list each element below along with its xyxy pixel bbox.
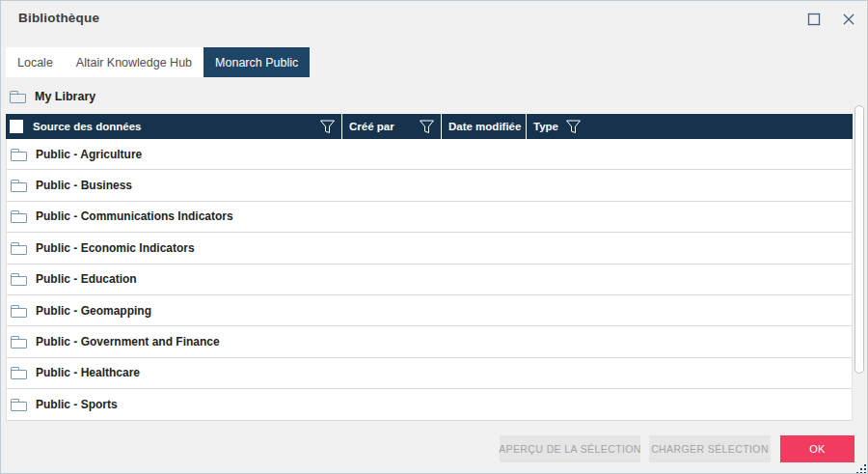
column-header-date-modified: Date modifiée xyxy=(442,114,527,139)
filter-funnel-icon[interactable] xyxy=(565,119,582,135)
row-label: Public - Agriculture xyxy=(36,148,142,161)
column-header-type: Type xyxy=(527,114,853,139)
select-all-checkbox[interactable] xyxy=(10,120,23,133)
resize-grip[interactable] xyxy=(856,461,867,472)
folder-icon xyxy=(11,276,27,286)
folder-icon xyxy=(11,370,27,379)
table-row-public-business[interactable]: Public - Business xyxy=(7,170,852,201)
column-label: Source des données xyxy=(33,121,141,132)
table-row-public-government-and-finance[interactable]: Public - Government and Finance xyxy=(7,326,852,357)
row-label: Public - Healthcare xyxy=(36,366,140,379)
maximize-button[interactable] xyxy=(803,11,825,32)
maximize-icon xyxy=(807,13,821,30)
folder-icon xyxy=(11,152,27,161)
row-label: Public - Communications Indicators xyxy=(36,209,233,223)
data-source-table: Source des données Créé par Date modifié… xyxy=(6,114,853,421)
table-row-public-sports[interactable]: Public - Sports xyxy=(7,389,852,420)
tab-locale[interactable]: Locale xyxy=(6,47,65,77)
library-dialog: Bibliothèque Locale Altair Knowledge Hub… xyxy=(0,0,868,474)
column-header-created-by: Créé par xyxy=(342,114,442,139)
filter-funnel-icon[interactable] xyxy=(319,119,336,135)
column-label: Créé par xyxy=(349,121,394,132)
row-label: Public - Geomapping xyxy=(36,304,151,318)
folder-icon xyxy=(11,308,27,318)
table-header: Source des données Créé par Date modifié… xyxy=(6,114,853,139)
folder-icon xyxy=(11,245,27,255)
vertical-scrollbar[interactable] xyxy=(854,105,866,424)
table-body: Public - Agriculture Public - Business P… xyxy=(6,139,853,421)
folder-icon xyxy=(11,213,27,223)
folder-icon xyxy=(11,402,27,411)
load-selection-button[interactable]: CHARGER SÉLECTION xyxy=(649,435,771,462)
breadcrumb-my-library[interactable]: My Library xyxy=(6,86,95,107)
folder-icon xyxy=(11,339,27,349)
tab-monarch-public[interactable]: Monarch Public xyxy=(203,47,310,77)
folder-icon xyxy=(11,182,27,192)
column-header-source: Source des données xyxy=(6,114,342,139)
close-button[interactable] xyxy=(838,11,859,32)
row-label: Public - Economic Indicators xyxy=(36,241,195,255)
breadcrumb-label: My Library xyxy=(35,90,95,103)
table-row-public-geomapping[interactable]: Public - Geomapping xyxy=(7,295,852,326)
column-label: Type xyxy=(533,121,558,132)
table-row-public-education[interactable]: Public - Education xyxy=(7,265,852,295)
folder-icon xyxy=(10,94,26,103)
window-title: Bibliothèque xyxy=(18,11,99,25)
table-row-public-healthcare[interactable]: Public - Healthcare xyxy=(7,358,852,389)
close-icon xyxy=(842,13,855,30)
table-row-public-economic-indicators[interactable]: Public - Economic Indicators xyxy=(7,233,852,264)
preview-selection-button[interactable]: APERÇU DE LA SÉLECTION xyxy=(500,435,640,462)
table-row-public-communications-indicators[interactable]: Public - Communications Indicators xyxy=(7,202,852,233)
row-label: Public - Government and Finance xyxy=(36,335,220,349)
filter-funnel-icon[interactable] xyxy=(419,119,435,135)
library-tabs: Locale Altair Knowledge Hub Monarch Publ… xyxy=(6,47,310,77)
column-label: Date modifiée xyxy=(448,121,521,132)
tab-altair-knowledge-hub[interactable]: Altair Knowledge Hub xyxy=(65,47,203,77)
row-label: Public - Business xyxy=(36,179,132,192)
table-row-public-agriculture[interactable]: Public - Agriculture xyxy=(7,139,852,170)
scrollbar-thumb[interactable] xyxy=(854,105,864,374)
ok-button[interactable]: OK xyxy=(780,435,854,462)
row-label: Public - Education xyxy=(36,272,137,286)
row-label: Public - Sports xyxy=(36,398,118,411)
